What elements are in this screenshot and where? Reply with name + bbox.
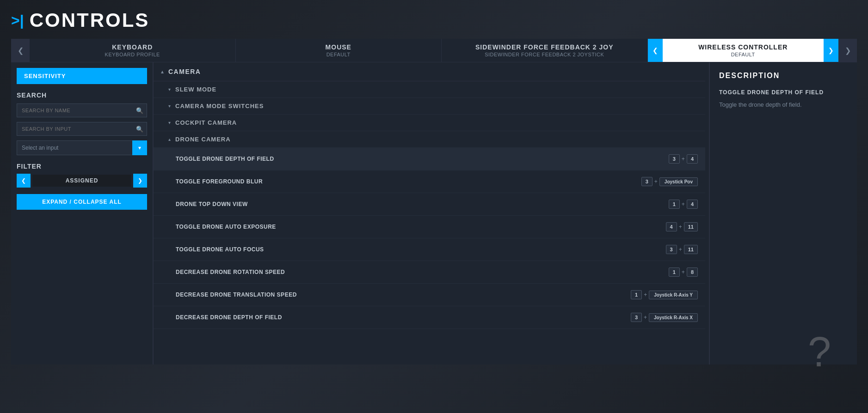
title-icon: >| [11,12,24,29]
key-badge-3b: 3 [641,177,653,186]
filter-nav: ❮ ASSIGNED ❯ [17,174,147,188]
action-decrease-drone-rotation-binding: 1 + 8 [669,267,698,277]
subcategory-cockpit-camera[interactable]: ▾ COCKPIT CAMERA [154,115,705,131]
plus-sign-1: + [682,156,685,162]
key-badge-1c: 1 [631,290,642,299]
filter-next-button[interactable]: ❯ [133,174,147,188]
action-drone-top-down-binding: 1 + 4 [669,200,698,209]
wireless-tab-prev-button[interactable]: ❮ [648,39,663,62]
search-by-name-icon[interactable]: 🔍 [136,107,143,114]
expand-collapse-button[interactable]: EXPAND / COLLAPSE ALL [17,194,147,210]
key-badge-joystick-r-axis-y: Joystick R-Axis Y [649,291,698,299]
filter-label: FILTER [17,163,147,170]
action-toggle-drone-auto-exposure[interactable]: TOGGLE DRONE AUTO EXPOSURE 4 + 11 [154,216,705,238]
subcategory-slew-arrow: ▾ [168,87,171,92]
main-content[interactable]: ▴ CAMERA ▾ SLEW MODE ▾ CAMERA MODE SWITC… [154,62,709,364]
tab-keyboard-profile: KEYBOARD PROFILE [105,52,160,57]
key-badge-joystick-pov: Joystick Pov [659,177,698,186]
action-toggle-foreground-blur[interactable]: TOGGLE FOREGROUND BLUR 3 + Joystick Pov [154,170,705,193]
filter-value: ASSIGNED [32,175,131,187]
action-drone-top-down-label: DRONE TOP DOWN VIEW [176,201,669,207]
tab-mouse-profile: DEFAULT [326,52,351,57]
subcategory-cockpit-label: COCKPIT CAMERA [175,119,237,126]
subcategory-camera-mode[interactable]: ▾ CAMERA MODE SWITCHES [154,98,705,115]
action-toggle-foreground-blur-label: TOGGLE FOREGROUND BLUR [176,178,641,185]
description-text: Toggle the drone depth of field. [719,100,848,109]
tab-keyboard-label: KEYBOARD [112,43,153,51]
wireless-tab-center: WIRELESS CONTROLLER DEFAULT [663,39,824,62]
key-badge-1a: 1 [669,200,680,209]
action-decrease-drone-depth-of-field[interactable]: DECREASE DRONE DEPTH OF FIELD 3 + Joysti… [154,306,705,329]
tab-sidewinder[interactable]: SIDEWINDER FORCE FEEDBACK 2 JOY SIDEWIND… [442,39,648,62]
key-badge-11a: 11 [684,222,698,231]
category-camera-arrow: ▴ [161,68,164,75]
search-by-name-input[interactable] [17,103,147,117]
search-by-input-wrapper: 🔍 [17,122,147,136]
tabs-next-button[interactable]: ❯ [838,39,857,62]
tab-wireless-profile: DEFAULT [731,52,755,57]
key-badge-4c: 4 [666,222,677,231]
action-toggle-drone-dof[interactable]: TOGGLE DRONE DEPTH OF FIELD 3 + 4 [154,148,705,170]
plus-sign-8: + [644,314,647,321]
subcategory-cockpit-arrow: ▾ [168,120,171,125]
action-toggle-drone-auto-exposure-label: TOGGLE DRONE AUTO EXPOSURE [176,224,666,230]
select-input-wrapper: Select an input ▾ [17,140,147,155]
tab-keyboard[interactable]: KEYBOARD KEYBOARD PROFILE [30,39,236,62]
key-badge-11b: 11 [684,245,698,254]
filter-section: FILTER ❮ ASSIGNED ❯ [17,160,147,188]
action-toggle-drone-auto-focus[interactable]: TOGGLE DRONE AUTO FOCUS 3 + 11 [154,238,705,261]
subcategory-drone-camera[interactable]: ▴ DRONE CAMERA [154,131,705,148]
subcategory-drone-arrow: ▴ [168,137,171,142]
action-toggle-foreground-blur-binding: 3 + Joystick Pov [641,177,698,186]
search-by-input-input[interactable] [17,122,147,136]
subcategory-slew-label: SLEW MODE [175,86,216,93]
plus-sign-6: + [682,269,685,275]
action-decrease-drone-rotation-label: DECREASE DRONE ROTATION SPEED [176,269,669,275]
action-decrease-drone-translation-label: DECREASE DRONE TRANSLATION SPEED [176,292,631,298]
left-sidebar: SENSITIVITY SEARCH 🔍 🔍 Select an input ▾… [11,62,154,364]
key-badge-3a: 3 [669,154,680,164]
action-toggle-drone-auto-focus-label: TOGGLE DRONE AUTO FOCUS [176,246,666,253]
tabs-prev-button[interactable]: ❮ [11,39,30,62]
subcategory-slew-mode[interactable]: ▾ SLEW MODE [154,81,705,98]
page-header: >| CONTROLS [11,9,857,31]
action-toggle-drone-dof-binding: 3 + 4 [669,154,698,164]
plus-sign-3: + [682,201,685,207]
filter-prev-button[interactable]: ❮ [17,174,31,188]
action-decrease-drone-translation-binding: 1 + Joystick R-Axis Y [631,290,698,299]
subcategory-camera-mode-arrow: ▾ [168,103,171,109]
action-drone-top-down-view[interactable]: DRONE TOP DOWN VIEW 1 + 4 [154,193,705,216]
description-action-name: TOGGLE DRONE DEPTH OF FIELD [719,89,848,96]
subcategory-camera-mode-label: CAMERA MODE SWITCHES [175,103,264,109]
action-decrease-drone-rotation-speed[interactable]: DECREASE DRONE ROTATION SPEED 1 + 8 [154,261,705,284]
action-decrease-drone-translation-speed[interactable]: DECREASE DRONE TRANSLATION SPEED 1 + Joy… [154,284,705,306]
tab-sidewinder-profile: SIDEWINDER FORCE FEEDBACK 2 JOYSTICK [485,52,604,57]
page-title: CONTROLS [30,9,150,31]
tab-mouse[interactable]: MOUSE DEFAULT [236,39,442,62]
search-by-input-icon[interactable]: 🔍 [136,126,143,133]
key-badge-4a: 4 [687,154,698,164]
tab-mouse-label: MOUSE [326,43,351,51]
search-by-name-wrapper: 🔍 [17,103,147,117]
plus-sign-4: + [679,224,682,230]
key-badge-3d: 3 [631,313,642,322]
plus-sign-5: + [679,246,682,253]
tab-sidewinder-label: SIDEWINDER FORCE FEEDBACK 2 JOY [475,43,614,51]
sensitivity-button[interactable]: SENSITIVITY [17,68,147,84]
category-camera[interactable]: ▴ CAMERA [154,62,705,81]
description-panel: DESCRIPTION TOGGLE DRONE DEPTH OF FIELD … [709,62,857,364]
category-camera-label: CAMERA [168,68,201,75]
wireless-tab-next-button[interactable]: ❯ [824,39,838,62]
tab-wireless[interactable]: ❮ WIRELESS CONTROLLER DEFAULT ❯ [648,39,839,62]
key-badge-joystick-r-axis-x: Joystick R-Axis X [649,313,698,322]
key-badge-4b: 4 [687,200,698,209]
tab-wireless-label: WIRELESS CONTROLLER [698,43,788,51]
select-input[interactable]: Select an input [17,140,147,155]
plus-sign-2: + [654,178,658,185]
tabs-bar: ❮ KEYBOARD KEYBOARD PROFILE MOUSE DEFAUL… [11,39,857,62]
action-toggle-drone-auto-exposure-binding: 4 + 11 [666,222,698,231]
content-area: SENSITIVITY SEARCH 🔍 🔍 Select an input ▾… [11,62,857,364]
key-badge-1b: 1 [669,267,680,277]
key-badge-8: 8 [687,267,698,277]
action-decrease-drone-dof-label: DECREASE DRONE DEPTH OF FIELD [176,314,631,321]
